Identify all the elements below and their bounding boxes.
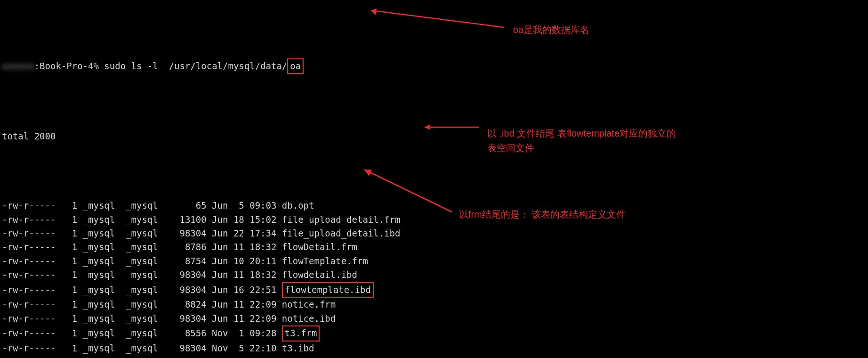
annotation-ibd: 以 .ibd 文件结尾 表flowtemplate对应的独立的 表空间文件 bbox=[487, 126, 676, 155]
file-name: flowDetail.frm bbox=[282, 242, 357, 252]
list-item: -rw-r----- 1 _mysql _mysql 98304 Jun 16 … bbox=[2, 282, 866, 298]
list-item: -rw-r----- 1 _mysql _mysql 98304 Jun 11 … bbox=[2, 312, 866, 325]
file-name: notice.ibd bbox=[282, 313, 336, 324]
total-line: total 2000 bbox=[2, 130, 866, 143]
hostname-blurred: xxxxxx bbox=[2, 61, 34, 71]
list-item: -rw-r----- 1 _mysql _mysql 98304 Jun 22 … bbox=[2, 227, 866, 240]
list-item: -rw-r----- 1 _mysql _mysql 8786 Jun 11 1… bbox=[2, 240, 866, 254]
list-item: -rw-r----- 1 _mysql _mysql 65 Jun 5 09:0… bbox=[2, 199, 866, 212]
hostname-suffix: :Book-Pro-4% bbox=[34, 61, 104, 71]
file-name: t3.ibd bbox=[282, 343, 314, 353]
list-item: -rw-r----- 1 _mysql _mysql 8824 Jun 11 2… bbox=[2, 298, 866, 311]
list-item: -rw-r----- 1 _mysql _mysql 13100 Jun 18 … bbox=[2, 213, 866, 227]
list-item: -rw-r----- 1 _mysql _mysql 98304 Nov 5 2… bbox=[2, 342, 866, 355]
svg-marker-1 bbox=[371, 8, 377, 15]
highlight-oa: oa bbox=[287, 58, 304, 74]
file-name: flowtemplate.ibd bbox=[282, 282, 374, 298]
terminal[interactable]: xxxxxx:Book-Pro-4% sudo ls -l /usr/local… bbox=[0, 0, 868, 358]
svg-line-0 bbox=[371, 10, 504, 27]
command-line: xxxxxx:Book-Pro-4% sudo ls -l /usr/local… bbox=[2, 58, 866, 74]
arrow-oa bbox=[362, 7, 508, 30]
command-text: sudo ls -l /usr/local/mysql/data/ bbox=[104, 61, 287, 71]
file-name: t3.frm bbox=[282, 325, 320, 341]
file-name: file_upload_detail.frm bbox=[282, 214, 401, 225]
list-item: -rw-r----- 1 _mysql _mysql 8754 Jun 10 2… bbox=[2, 254, 866, 268]
annotation-frm: 以frm结尾的是： 该表的表结构定义文件 bbox=[459, 207, 626, 222]
file-name: db.opt bbox=[282, 200, 314, 211]
file-name: flowTemplate.frm bbox=[282, 256, 368, 266]
file-name: file_upload_detail.ibd bbox=[282, 228, 401, 238]
svg-marker-5 bbox=[364, 170, 372, 176]
file-listing: -rw-r----- 1 _mysql _mysql 65 Jun 5 09:0… bbox=[2, 199, 866, 358]
list-item: -rw-r----- 1 _mysql _mysql 98304 Jun 11 … bbox=[2, 268, 866, 282]
annotation-oa: oa是我的数据库名 bbox=[513, 23, 589, 37]
list-item: -rw-r----- 1 _mysql _mysql 8584 Nov 1 10… bbox=[2, 355, 866, 358]
file-name: flowdetail.ibd bbox=[282, 269, 357, 280]
list-item: -rw-r----- 1 _mysql _mysql 8556 Nov 1 09… bbox=[2, 325, 866, 341]
file-name: notice.frm bbox=[282, 299, 336, 309]
